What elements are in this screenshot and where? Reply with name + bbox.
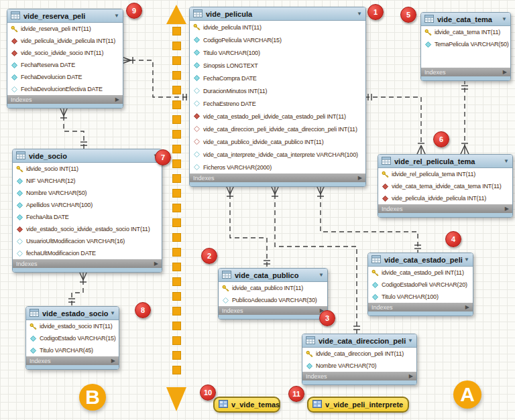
expand-arrow-icon[interactable]: ▶ (111, 358, 115, 364)
table-column-row[interactable]: FechaCompra DATE (190, 72, 365, 84)
table-vide_socio[interactable]: vide_socio▼idvide_socio INT(11)NIF VARCH… (12, 149, 162, 273)
table-column-row[interactable]: vide_cata_publico_idvide_cata_publico IN… (190, 135, 365, 148)
table-header[interactable]: vide_cata_direccion_peli▼ (302, 334, 416, 348)
table-vide_rel_pelicula_tema[interactable]: vide_rel_pelicula_tema▼idvide_rel_pelicu… (378, 154, 513, 218)
table-column-row[interactable]: idvide_cata_estado_peli INT(11) (368, 267, 473, 279)
table-column-row[interactable]: CodigoEstado VARCHAR(15) (26, 332, 119, 344)
table-header[interactable]: vide_reserva_peli▼ (7, 9, 123, 23)
table-header[interactable]: vide_cata_tema▼ (421, 13, 510, 26)
table-name: vide_estado_socio (42, 309, 108, 318)
table-column-row[interactable]: FechaEstreno DATE (190, 97, 365, 110)
expand-arrow-icon[interactable]: ▶ (154, 261, 158, 267)
table-vide_cata_publico[interactable]: vide_cata_publico▼idvide_cata_publico IN… (218, 268, 328, 320)
indexes-footer[interactable]: Indexes▶ (13, 259, 162, 268)
table-column-row[interactable]: CodigoPelicula VARCHAR(15) (190, 33, 365, 46)
table-vide_estado_socio[interactable]: vide_estado_socio▼idvide_estado_socio IN… (25, 306, 119, 370)
table-column-row[interactable]: idvide_pelicula INT(11) (190, 21, 365, 33)
indexes-footer[interactable]: Indexes▶ (368, 303, 473, 311)
expand-arrow-icon[interactable]: ▶ (358, 175, 362, 181)
table-vide_pelicula[interactable]: vide_pelicula▼idvide_pelicula INT(11)Cod… (189, 7, 366, 187)
table-column-row[interactable]: FechaDevolucion DATE (7, 71, 123, 83)
relationship-line[interactable] (365, 97, 421, 145)
collapse-arrow-icon[interactable]: ▼ (504, 158, 509, 164)
table-column-row[interactable]: UsuarioUltModificacion VARCHAR(16) (13, 235, 162, 247)
primary-key-icon (222, 285, 230, 292)
table-column-row[interactable]: FechaDevolucionEfectiva DATE (7, 83, 123, 95)
table-vide_cata_estado_peli[interactable]: vide_cata_estado_peli▼idvide_cata_estado… (367, 253, 473, 316)
table-column-row[interactable]: vide_cata_interprete_idvide_cata_interpr… (190, 148, 365, 161)
indexes-footer[interactable]: Indexes▶ (421, 68, 510, 76)
arrow-dash-segment (172, 292, 181, 301)
table-column-row[interactable]: Apellidos VARCHAR(100) (13, 199, 162, 211)
view-v_vide_temas[interactable]: v_vide_temas (213, 397, 280, 413)
table-column-row[interactable]: vide_pelicula_idvide_pelicula INT(11) (7, 35, 123, 47)
table-column-row[interactable]: Nombre VARCHAR(50) (13, 187, 162, 199)
primary-key-icon (11, 25, 19, 33)
table-column-row[interactable]: idvide_reserva_peli INT(11) (7, 23, 123, 35)
indexes-label: Indexes (30, 358, 51, 364)
indexes-footer[interactable]: Indexes▶ (378, 204, 512, 213)
collapse-arrow-icon[interactable]: ▼ (114, 13, 119, 19)
table-column-row[interactable]: FechaAlta DATE (13, 211, 162, 223)
view-v_vide_peli_interprete[interactable]: v_vide_peli_interprete (307, 397, 409, 413)
table-column-row[interactable]: Ficheros VARCHAR(2000) (190, 161, 365, 173)
table-header[interactable]: vide_socio▼ (13, 149, 162, 163)
expand-arrow-icon[interactable]: ▶ (505, 206, 509, 212)
column-definition: Nombre VARCHAR(70) (316, 362, 376, 369)
expand-arrow-icon[interactable]: ▶ (409, 373, 413, 379)
table-column-row[interactable]: Titulo VARCHAR(45) (26, 344, 119, 356)
table-column-row[interactable]: CodigoEstadoPeli VARCHAR(20) (368, 279, 473, 291)
table-column-row[interactable]: Nombre VARCHAR(70) (302, 360, 416, 372)
table-column-row[interactable]: vide_socio_idvide_socio INT(11) (7, 47, 123, 59)
table-vide_cata_tema[interactable]: vide_cata_tema▼idvide_cata_tema INT(11)T… (420, 12, 511, 81)
table-column-row[interactable]: vide_estado_socio_idvide_estado_socio IN… (13, 223, 162, 235)
table-column-row[interactable]: idvide_cata_tema INT(11) (421, 26, 510, 38)
expand-arrow-icon[interactable]: ▶ (503, 69, 507, 75)
table-column-row[interactable]: DuracionMinutos INT(11) (190, 84, 365, 97)
table-vide_reserva_peli[interactable]: vide_reserva_peli▼idvide_reserva_peli IN… (7, 9, 123, 109)
indexes-footer[interactable]: Indexes▶ (26, 356, 119, 365)
collapse-arrow-icon[interactable]: ▼ (357, 11, 362, 17)
column-icon (16, 214, 24, 221)
column-nullable-icon (16, 238, 24, 245)
table-header[interactable]: vide_pelicula▼ (190, 7, 365, 21)
relationship-line[interactable] (230, 194, 267, 268)
number-badge-7: 7 (155, 149, 171, 165)
collapse-arrow-icon[interactable]: ▼ (502, 16, 507, 22)
table-header[interactable]: vide_rel_pelicula_tema▼ (378, 155, 512, 168)
arrow-dash-segment (172, 115, 181, 124)
table-column-row[interactable]: NIF VARCHAR(12) (13, 175, 162, 187)
collapse-arrow-icon[interactable]: ▼ (319, 272, 324, 278)
indexes-footer[interactable]: Indexes▶ (302, 372, 416, 380)
table-column-row[interactable]: idvide_cata_direccion_peli INT(11) (302, 348, 416, 360)
table-column-row[interactable]: vide_pelicula_idvide_pelicula INT(11) (378, 192, 512, 204)
table-column-row[interactable]: Sinopsis LONGTEXT (190, 59, 365, 72)
table-column-row[interactable]: vide_cata_estado_peli_idvide_cata_estado… (190, 110, 365, 123)
table-column-row[interactable]: fechaUltModificacion DATE (13, 247, 162, 259)
table-header[interactable]: vide_estado_socio▼ (26, 307, 119, 320)
table-header[interactable]: vide_cata_publico▼ (219, 269, 327, 282)
table-column-row[interactable]: idvide_rel_pelicula_tema INT(11) (378, 168, 512, 180)
expand-arrow-icon[interactable]: ▶ (465, 304, 469, 310)
collapse-arrow-icon[interactable]: ▼ (110, 310, 115, 316)
collapse-arrow-icon[interactable]: ▼ (464, 257, 469, 263)
indexes-footer[interactable]: Indexes▶ (190, 173, 365, 182)
table-column-row[interactable]: FechaReserva DATE (7, 59, 123, 71)
table-vide_cata_direccion_peli[interactable]: vide_cata_direccion_peli▼idvide_cata_dir… (302, 334, 417, 385)
indexes-footer[interactable]: Indexes▶ (7, 95, 123, 104)
collapse-arrow-icon[interactable]: ▼ (408, 338, 413, 344)
indexes-footer[interactable]: Indexes▶ (219, 306, 327, 315)
table-column-row[interactable]: Titulo VARCHAR(100) (368, 291, 473, 303)
expand-arrow-icon[interactable]: ▶ (115, 96, 119, 102)
relationship-line[interactable] (64, 116, 84, 149)
column-icon (193, 62, 201, 69)
table-column-row[interactable]: vide_cata_direccion_peli_idvide_cata_dir… (190, 123, 365, 135)
table-column-row[interactable]: idvide_estado_socio INT(11) (26, 320, 119, 332)
table-column-row[interactable]: idvide_cata_publico INT(11) (219, 282, 327, 294)
table-column-row[interactable]: Titulo VARCHAR(100) (190, 46, 365, 59)
table-column-row[interactable]: TemaPelicula VARCHAR(50) (421, 38, 510, 50)
table-header[interactable]: vide_cata_estado_peli▼ (368, 253, 473, 267)
table-column-row[interactable]: PublicoAdecuado VARCHAR(30) (219, 294, 327, 306)
table-column-row[interactable]: vide_cata_tema_idvide_cata_tema INT(11) (378, 180, 512, 192)
table-column-row[interactable]: idvide_socio INT(11) (13, 163, 162, 175)
